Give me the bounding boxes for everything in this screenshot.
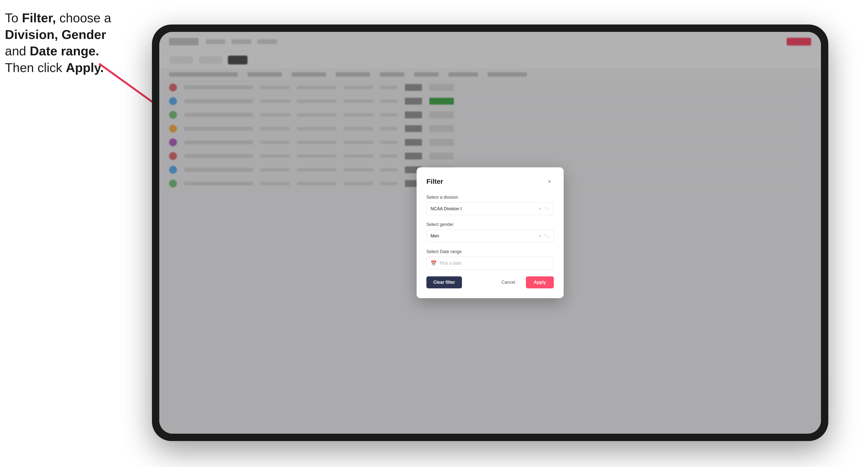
select-actions: × ⌃⌄ — [539, 207, 550, 211]
gender-select[interactable]: Men × ⌃⌄ — [426, 229, 554, 242]
tablet-screen: Filter × Select a division NCAA Division… — [159, 32, 821, 434]
tablet-frame: Filter × Select a division NCAA Division… — [152, 25, 828, 441]
instruction-apply-bold: Apply. — [66, 61, 104, 75]
instruction-filter-bold: Filter, — [22, 11, 56, 25]
modal-footer-right: Cancel Apply — [495, 276, 554, 288]
clear-filter-button[interactable]: Clear filter — [426, 276, 462, 288]
apply-button[interactable]: Apply — [526, 276, 554, 288]
modal-overlay: Filter × Select a division NCAA Division… — [159, 32, 821, 434]
instruction-division-bold: Division, Gender — [5, 27, 106, 42]
modal-close-button[interactable]: × — [545, 177, 554, 186]
gender-clear-icon[interactable]: × — [539, 234, 541, 238]
gender-field: Select gender Men × ⌃⌄ — [426, 222, 554, 242]
date-range-label: Select Date range — [426, 249, 554, 254]
filter-modal: Filter × Select a division NCAA Division… — [416, 167, 564, 298]
calendar-icon: 📅 — [431, 260, 437, 266]
modal-header: Filter × — [426, 177, 554, 186]
division-select[interactable]: NCAA Division I × ⌃⌄ — [426, 203, 554, 215]
division-label: Select a division — [426, 195, 554, 200]
gender-arrow-icon: ⌃⌄ — [544, 234, 550, 238]
date-placeholder: Pick a date — [440, 261, 461, 266]
division-field: Select a division NCAA Division I × ⌃⌄ — [426, 195, 554, 215]
gender-select-value: Men — [431, 234, 539, 239]
date-range-input[interactable]: 📅 Pick a date — [426, 257, 554, 270]
date-range-field: Select Date range 📅 Pick a date — [426, 249, 554, 270]
instruction-date-bold: Date range. — [30, 44, 99, 58]
gender-label: Select gender — [426, 222, 554, 227]
division-arrow-icon: ⌃⌄ — [544, 207, 550, 211]
division-clear-icon[interactable]: × — [539, 207, 541, 211]
instruction-block: To Filter, choose a Division, Gender and… — [5, 10, 142, 76]
select-actions: × ⌃⌄ — [539, 234, 550, 238]
cancel-button[interactable]: Cancel — [495, 276, 522, 288]
modal-footer: Clear filter Cancel Apply — [426, 276, 554, 288]
modal-title: Filter — [426, 178, 443, 185]
division-select-value: NCAA Division I — [431, 206, 539, 212]
